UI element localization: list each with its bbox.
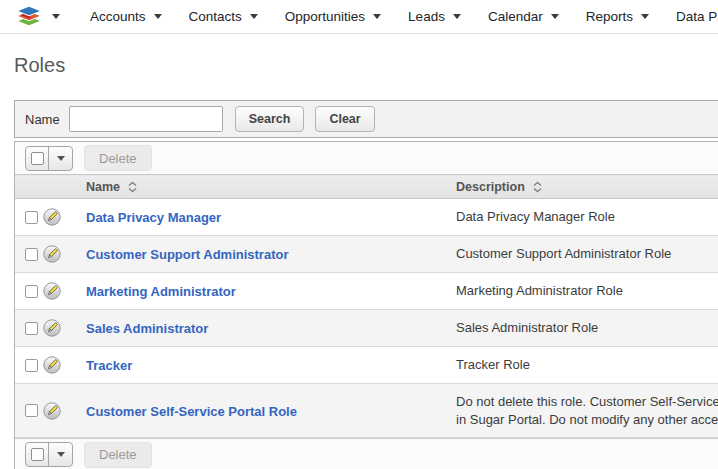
home-menu-button[interactable] [14,4,60,29]
table-row: Marketing Administrator Marketing Admini… [15,273,718,310]
row-checkbox-cell [15,310,43,347]
row-description-cell: Do not delete this role. Customer Self-S… [456,384,718,438]
role-name-link[interactable]: Customer Self-Service Portal Role [86,404,297,419]
delete-button[interactable]: Delete [84,442,152,468]
row-edit-cell [43,347,86,384]
row-checkbox-cell [15,273,43,310]
roles-table: Name Description [15,174,718,438]
nav-item[interactable]: Leads [408,9,461,24]
row-description-cell: Marketing Administrator Role [456,273,718,310]
chevron-down-icon [641,14,649,19]
role-name-link[interactable]: Tracker [86,358,132,373]
row-edit-cell [43,384,86,438]
header-edit-column [43,175,86,199]
roles-list-view: Delete Name [14,141,718,469]
nav-item-label: Data Privacy [676,9,718,24]
row-checkbox[interactable] [25,404,38,417]
select-all-split-button[interactable] [25,146,73,171]
delete-button[interactable]: Delete [84,145,152,171]
row-description-cell: Customer Support Administrator Role [456,236,718,273]
row-name-cell: Data Privacy Manager [86,199,456,236]
clear-button[interactable]: Clear [315,106,374,132]
row-name-cell: Marketing Administrator [86,273,456,310]
row-edit-cell [43,199,86,236]
row-name-cell: Customer Self-Service Portal Role [86,384,456,438]
nav-item-label: Opportunities [285,9,365,24]
row-description-cell: Tracker Role [456,347,718,384]
role-name-link[interactable]: Customer Support Administrator [86,247,288,262]
table-header-row: Name Description [15,175,718,199]
name-field-label: Name [25,112,60,127]
row-checkbox-cell [15,236,43,273]
edit-pencil-icon[interactable] [43,402,61,420]
edit-pencil-icon[interactable] [43,319,61,337]
row-checkbox-cell [15,199,43,236]
select-all-checkbox[interactable] [26,443,49,466]
row-edit-cell [43,236,86,273]
row-edit-cell [43,273,86,310]
sort-icon[interactable] [532,181,543,193]
row-checkbox[interactable] [25,211,38,224]
page-title: Roles [14,54,718,77]
chevron-down-icon [57,452,65,457]
nav-item[interactable]: Reports [586,9,649,24]
chevron-down-icon [57,156,65,161]
top-nav-bar: Accounts Contacts Opportunities Leads Ca… [0,0,718,34]
chevron-down-icon [52,14,60,19]
row-description-cell: Data Privacy Manager Role [456,199,718,236]
sort-icon[interactable] [127,181,138,193]
chevron-down-icon [154,14,162,19]
sugarcrm-logo-icon [14,4,44,29]
header-checkbox-column [15,175,43,199]
select-menu-toggle[interactable] [49,147,72,170]
role-name-link[interactable]: Marketing Administrator [86,284,236,299]
nav-item-label: Reports [586,9,633,24]
nav-item[interactable]: Data Privacy [676,9,718,24]
row-checkbox[interactable] [25,359,38,372]
column-header-name[interactable]: Name [86,175,456,199]
nav-item[interactable]: Opportunities [285,9,381,24]
nav-items: Accounts Contacts Opportunities Leads Ca… [90,9,718,24]
select-all-checkbox[interactable] [26,147,49,170]
role-name-link[interactable]: Data Privacy Manager [86,210,221,225]
edit-pencil-icon[interactable] [43,282,61,300]
row-checkbox[interactable] [25,285,38,298]
nav-item[interactable]: Contacts [189,9,258,24]
chevron-down-icon [373,14,381,19]
role-name-link[interactable]: Sales Administrator [86,321,208,336]
row-description-cell: Sales Administrator Role [456,310,718,347]
column-header-description[interactable]: Description [456,175,718,199]
roles-table-body: Data Privacy Manager Data Privacy Manage… [15,199,718,438]
row-name-cell: Tracker [86,347,456,384]
row-name-cell: Customer Support Administrator [86,236,456,273]
nav-item[interactable]: Calendar [488,9,559,24]
edit-pencil-icon[interactable] [43,245,61,263]
search-panel: Name Search Clear [14,100,718,138]
table-row: Sales Administrator Sales Administrator … [15,310,718,347]
edit-pencil-icon[interactable] [43,208,61,226]
checkbox-icon [31,152,44,165]
name-search-input[interactable] [69,106,223,132]
table-row: Customer Support Administrator Customer … [15,236,718,273]
select-menu-toggle[interactable] [49,443,72,466]
nav-item-label: Contacts [189,9,242,24]
edit-pencil-icon[interactable] [43,356,61,374]
bottom-action-bar: Delete [15,438,718,469]
row-edit-cell [43,310,86,347]
search-button[interactable]: Search [235,106,305,132]
row-name-cell: Sales Administrator [86,310,456,347]
nav-item-label: Leads [408,9,445,24]
row-checkbox[interactable] [25,248,38,261]
top-action-bar: Delete [15,142,718,174]
nav-item[interactable]: Accounts [90,9,162,24]
chevron-down-icon [250,14,258,19]
checkbox-icon [31,448,44,461]
row-checkbox-cell [15,384,43,438]
table-row: Customer Self-Service Portal Role Do not… [15,384,718,438]
nav-item-label: Accounts [90,9,146,24]
row-checkbox[interactable] [25,322,38,335]
select-all-split-button[interactable] [25,442,73,467]
nav-item-label: Calendar [488,9,543,24]
chevron-down-icon [453,14,461,19]
row-checkbox-cell [15,347,43,384]
